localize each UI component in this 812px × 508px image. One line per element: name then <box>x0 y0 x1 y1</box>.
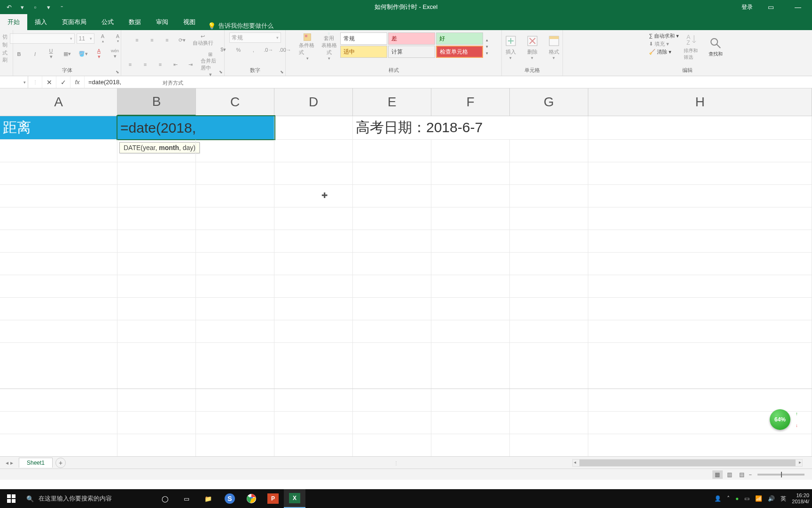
tab-home[interactable]: 开始 <box>0 14 27 30</box>
tab-data[interactable]: 数据 <box>121 14 148 30</box>
enter-formula-button[interactable]: ✓ <box>56 76 70 88</box>
cell-b1-editing[interactable]: =date(2018, DATE(year, month, day) <box>117 116 274 139</box>
task-view-icon[interactable]: ▭ <box>176 489 197 508</box>
comma-button[interactable]: , <box>247 46 260 54</box>
col-header-d[interactable]: D <box>274 88 353 116</box>
fx-button[interactable]: fx <box>70 76 85 88</box>
align-left-icon[interactable]: ≡ <box>124 61 137 68</box>
col-header-b[interactable]: B <box>117 88 196 116</box>
cell-h1[interactable] <box>588 116 812 139</box>
spreadsheet-grid[interactable]: A B C D E F G H 距离 =date(2018, DATE(year… <box>0 88 812 456</box>
battery-icon[interactable]: ▭ <box>744 495 750 502</box>
cortana-icon[interactable]: ◯ <box>154 489 176 508</box>
cell-style-good[interactable]: 好 <box>436 32 483 45</box>
orientation-icon[interactable]: ⟳▾ <box>176 36 189 44</box>
split-handle[interactable]: ⋮ <box>394 460 399 466</box>
style-scroll-up[interactable]: ▴ <box>486 38 488 42</box>
zoom-out-button[interactable]: − <box>749 472 752 477</box>
tell-me-box[interactable]: 💡 告诉我你想要做什么 <box>203 22 278 30</box>
qat-more[interactable]: ▾ <box>43 2 54 12</box>
cell-style-check[interactable]: 检查单元格 <box>436 46 483 58</box>
font-size-combo[interactable]: 11▾ <box>77 33 94 44</box>
taskbar-search[interactable]: 🔍 在这里输入你要搜索的内容 <box>23 494 154 503</box>
insert-cells-button[interactable]: 插入▾ <box>500 32 521 62</box>
col-header-h[interactable]: H <box>588 88 812 116</box>
align-dialog-launcher[interactable]: ⬊ <box>219 70 223 74</box>
powerpoint-icon[interactable]: P <box>262 489 284 508</box>
new-file-icon[interactable]: ▫ <box>30 2 40 12</box>
align-center-icon[interactable]: ≡ <box>139 61 152 68</box>
taskbar-clock[interactable]: 16:20 2018/4/ <box>792 492 809 505</box>
increase-indent-icon[interactable]: ⇥ <box>184 61 197 69</box>
currency-button[interactable]: $▾ <box>217 46 230 54</box>
cut-button[interactable]: 切 <box>2 33 10 40</box>
page-layout-view-button[interactable]: ▥ <box>725 470 735 479</box>
font-name-combo[interactable]: ▾ <box>10 33 75 44</box>
col-header-g[interactable]: G <box>510 88 588 116</box>
tab-view[interactable]: 视图 <box>176 14 203 30</box>
undo-button[interactable]: ↶ <box>4 2 14 12</box>
horizontal-scrollbar[interactable]: ◂ ▸ <box>572 459 803 467</box>
increase-decimal-icon[interactable]: .0→ <box>262 46 275 54</box>
fill-color-button[interactable]: 🪣▾ <box>77 50 90 58</box>
name-box[interactable]: ▾ <box>0 76 28 88</box>
cell-style-bad[interactable]: 差 <box>388 32 435 45</box>
delete-cells-button[interactable]: 删除▾ <box>522 32 543 62</box>
border-button[interactable]: ▦▾ <box>61 50 74 58</box>
sheet-tab-1[interactable]: Sheet1 <box>19 458 53 468</box>
number-format-combo[interactable]: 常规▾ <box>229 32 281 43</box>
bold-button[interactable]: B <box>13 50 26 58</box>
scroll-thumb[interactable] <box>579 460 796 466</box>
clear-button[interactable]: 🧹 清除 ▾ <box>649 48 679 56</box>
fill-button[interactable]: ⬇ 填充 ▾ <box>649 40 679 48</box>
qat-customize[interactable]: ⁼ <box>56 2 67 12</box>
excel-icon[interactable]: X <box>284 489 305 508</box>
sogou-icon[interactable]: S <box>219 489 241 508</box>
align-top-icon[interactable]: ≡ <box>131 36 144 44</box>
font-color-button[interactable]: A▾ <box>93 47 106 61</box>
tab-review[interactable]: 审阅 <box>148 14 176 30</box>
format-as-table-button[interactable]: 套用 表格格式▾ <box>319 32 339 62</box>
phonetic-button[interactable]: wén▾ <box>109 48 122 60</box>
find-select-button[interactable]: 查找和 <box>705 32 726 62</box>
minimize-button[interactable]: — <box>789 0 807 14</box>
col-header-e[interactable]: E <box>353 88 431 116</box>
conditional-format-button[interactable]: 条件格式▾ <box>297 32 318 62</box>
format-painter-button[interactable]: 式刷 <box>2 49 10 64</box>
cell-style-calc[interactable]: 计算 <box>388 46 435 58</box>
format-cells-button[interactable]: 格式▾ <box>544 32 564 62</box>
increase-font-icon[interactable]: A▴ <box>96 32 109 44</box>
align-bottom-icon[interactable]: ≡ <box>161 36 174 44</box>
style-scroll-down[interactable]: ▾ <box>486 44 488 49</box>
tab-insert[interactable]: 插入 <box>27 14 55 30</box>
tab-layout[interactable]: 页面布局 <box>55 14 94 30</box>
ime-indicator[interactable]: 英 <box>781 495 786 503</box>
tray-expand-icon[interactable]: ˄ <box>727 495 730 502</box>
normal-view-button[interactable]: ▦ <box>712 470 723 479</box>
cancel-formula-button[interactable]: ✕ <box>42 76 56 88</box>
login-link[interactable]: 登录 <box>742 3 753 11</box>
sort-filter-button[interactable]: AZ 排序和筛选 <box>682 32 703 62</box>
cell-e1[interactable]: 高考日期：2018-6-7 <box>353 116 588 139</box>
cell-d1[interactable] <box>274 116 353 139</box>
cell-style-normal[interactable]: 常规 <box>340 32 387 45</box>
file-explorer-icon[interactable]: 📁 <box>197 489 219 508</box>
zoom-slider[interactable] <box>757 474 804 476</box>
volume-icon[interactable]: 🔊 <box>768 495 775 502</box>
cell-a1[interactable]: 距离 <box>0 116 117 139</box>
security-icon[interactable]: ● <box>735 495 739 502</box>
autosum-button[interactable]: ∑ 自动求和 ▾ <box>649 32 679 40</box>
start-button[interactable] <box>0 494 23 503</box>
name-box-expand[interactable]: ⋮ <box>28 76 42 88</box>
accelerator-badge[interactable]: 64% <box>770 409 790 430</box>
col-header-f[interactable]: F <box>431 88 510 116</box>
wrap-text-button[interactable]: ↩ 自动换行 <box>191 32 215 48</box>
col-header-a[interactable]: A <box>0 88 117 116</box>
wifi-icon[interactable]: 📶 <box>755 495 762 502</box>
page-break-view-button[interactable]: ▤ <box>737 470 747 479</box>
copy-button[interactable]: 制 <box>2 41 10 48</box>
col-header-c[interactable]: C <box>196 88 274 116</box>
italic-button[interactable]: I <box>29 50 42 58</box>
people-icon[interactable]: 👤 <box>714 495 721 502</box>
font-dialog-launcher[interactable]: ⬊ <box>116 70 119 74</box>
